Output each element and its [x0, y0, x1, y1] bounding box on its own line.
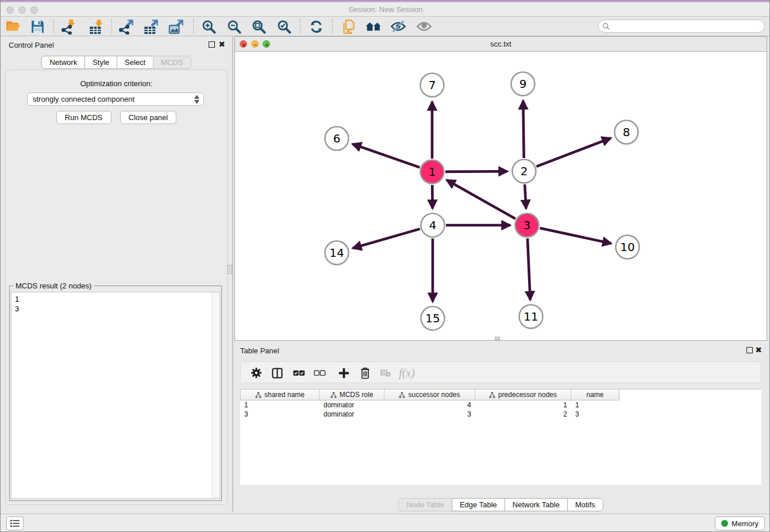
table-cell[interactable]: 3: [240, 410, 319, 419]
clone-network-icon[interactable]: [340, 18, 356, 34]
import-table-icon[interactable]: [88, 18, 104, 34]
graph-node-2[interactable]: 2: [513, 160, 536, 183]
graph-edge-3-10[interactable]: [540, 228, 611, 244]
zoom-out-icon[interactable]: [226, 18, 242, 34]
graph-edge-2-9[interactable]: [523, 101, 523, 158]
tab-node-table[interactable]: Node Table: [398, 498, 452, 511]
scrollbar-track[interactable]: [212, 292, 220, 498]
splitter-grip[interactable]: [228, 265, 232, 274]
memory-button[interactable]: Memory: [715, 516, 765, 530]
graph-edge-3-1[interactable]: [446, 180, 515, 218]
mcds-result-title: MCDS result (2 nodes): [13, 282, 94, 290]
column-header-mcds-role[interactable]: MCDS role: [319, 390, 384, 400]
run-mcds-button[interactable]: Run MCDS: [56, 111, 111, 124]
show-all-icon[interactable]: [416, 18, 432, 34]
task-history-button[interactable]: [6, 516, 24, 530]
tab-edge-table[interactable]: Edge Table: [452, 498, 505, 511]
table-mode-gear-icon[interactable]: [249, 366, 264, 380]
network-canvas[interactable]: 7968124314101511: [235, 52, 767, 340]
graph-node-3[interactable]: 3: [515, 214, 539, 237]
table-cell[interactable]: 3: [571, 410, 619, 419]
select-stepper-icon: [194, 95, 199, 104]
node-table[interactable]: shared nameMCDS rolesuccessor nodesprede…: [240, 389, 761, 486]
home-layout-icon[interactable]: [365, 18, 382, 34]
column-header-label: successor nodes: [408, 391, 460, 399]
graph-edge-1-6[interactable]: [352, 144, 419, 168]
table-header-row: shared nameMCDS rolesuccessor nodesprede…: [240, 390, 620, 400]
save-session-icon[interactable]: [29, 18, 45, 34]
import-network-icon[interactable]: [60, 18, 76, 34]
graph-node-4[interactable]: 4: [421, 214, 445, 237]
table-row[interactable]: 3dominator323: [240, 410, 761, 419]
table-row[interactable]: 1dominator411: [240, 400, 761, 410]
tab-mcds[interactable]: MCDS: [153, 56, 191, 69]
network-graph[interactable]: 7968124314101511: [235, 52, 767, 340]
close-panel-icon[interactable]: ✖: [218, 41, 225, 48]
memory-status-icon: [721, 520, 728, 527]
table-cell[interactable]: 1: [475, 400, 571, 410]
open-session-icon[interactable]: [5, 18, 21, 34]
svg-text:6: 6: [333, 132, 341, 145]
tab-network[interactable]: Network: [41, 56, 85, 69]
graph-node-9[interactable]: 9: [511, 72, 535, 96]
tab-select[interactable]: Select: [117, 56, 153, 69]
table-cell[interactable]: 2: [475, 410, 571, 419]
mcds-result-line: 3: [15, 304, 216, 314]
tab-motifs[interactable]: Motifs: [567, 498, 603, 511]
delete-column-icon[interactable]: [357, 366, 372, 380]
float-panel-icon[interactable]: [746, 347, 753, 353]
criterion-select[interactable]: strongly connected component: [27, 92, 204, 106]
export-network-icon[interactable]: [118, 18, 134, 34]
deselect-all-icon[interactable]: [312, 366, 327, 380]
refresh-layout-icon[interactable]: [308, 18, 324, 34]
table-cell[interactable]: 1: [240, 400, 319, 410]
zoom-selected-icon[interactable]: [276, 18, 292, 34]
table-cell[interactable]: 4: [384, 400, 475, 410]
column-header-name[interactable]: name: [571, 390, 619, 400]
table-cell[interactable]: 1: [571, 400, 619, 410]
column-header-label: name: [586, 391, 603, 399]
add-column-icon[interactable]: [336, 366, 351, 380]
toolbar-separator: [193, 19, 194, 34]
zoom-fit-icon[interactable]: [251, 18, 267, 34]
graph-node-7[interactable]: 7: [421, 74, 444, 97]
search-input[interactable]: [613, 22, 764, 30]
mcds-result-area[interactable]: 13: [11, 292, 220, 499]
table-cell[interactable]: 3: [384, 410, 475, 419]
mcds-result-line: 1: [15, 294, 216, 304]
close-panel-button[interactable]: Close panel: [120, 111, 177, 124]
show-columns-icon[interactable]: [270, 366, 284, 380]
float-panel-icon[interactable]: [209, 41, 215, 48]
graph-edge-3-11[interactable]: [528, 238, 530, 300]
toolbar-separator: [111, 19, 112, 34]
graph-node-6[interactable]: 6: [325, 127, 349, 151]
panel-resize-grip[interactable]: [495, 337, 500, 340]
graph-edge-2-3[interactable]: [525, 184, 526, 209]
column-header-label: MCDS role: [340, 391, 374, 399]
graph-node-10[interactable]: 10: [616, 236, 640, 259]
graph-edge-1-2[interactable]: [445, 171, 507, 172]
table-cell[interactable]: dominator: [319, 400, 384, 410]
network-window-titlebar[interactable]: scc.txt: [235, 37, 767, 52]
export-image-icon[interactable]: [168, 18, 184, 34]
graph-edge-2-8[interactable]: [536, 138, 610, 166]
column-header-predecessor-nodes[interactable]: predecessor nodes: [475, 390, 571, 400]
hide-unselected-icon[interactable]: [390, 18, 406, 34]
column-header-shared-name[interactable]: shared name: [240, 390, 319, 400]
graph-edge-4-14[interactable]: [353, 229, 420, 248]
column-header-successor-nodes[interactable]: successor nodes: [384, 390, 475, 400]
graph-node-15[interactable]: 15: [421, 307, 445, 330]
search-box[interactable]: [598, 20, 765, 33]
network-title: scc.txt: [235, 40, 767, 48]
table-cell[interactable]: dominator: [319, 410, 384, 419]
graph-node-11[interactable]: 11: [519, 305, 543, 329]
tab-style[interactable]: Style: [84, 56, 117, 69]
graph-node-1[interactable]: 1: [421, 160, 444, 184]
tab-network-table[interactable]: Network Table: [505, 498, 568, 511]
select-all-icon[interactable]: [291, 366, 306, 380]
export-table-icon[interactable]: [143, 18, 159, 34]
graph-node-14[interactable]: 14: [325, 241, 349, 265]
zoom-in-icon[interactable]: [201, 18, 217, 34]
graph-node-8[interactable]: 8: [615, 121, 638, 144]
close-panel-icon[interactable]: ✖: [755, 347, 762, 353]
